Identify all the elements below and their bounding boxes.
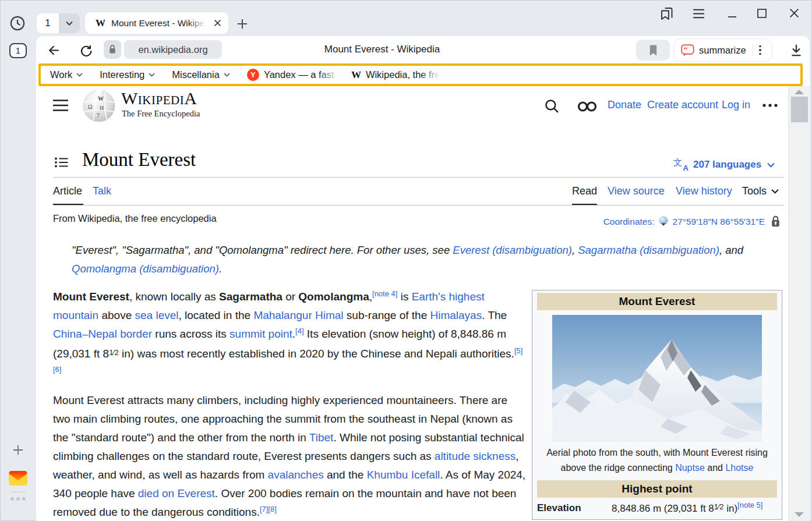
bookmarks-folder-miscellania[interactable]: Miscellania [172,69,230,80]
inline-link[interactable]: avalanches [268,469,324,481]
search-icon[interactable] [544,98,559,114]
yandex-mail-icon[interactable] [8,469,28,487]
tabs-divider [53,205,783,205]
globe-icon[interactable] [658,216,669,227]
coordinates-value[interactable]: 27°59′18″N 86°55′31″E [673,217,765,227]
svg-text:Ω: Ω [88,104,92,110]
text-segment: and [705,463,726,473]
reload-icon[interactable] [78,42,93,58]
infinity-icon[interactable] [577,101,597,112]
wiki-menu-icon[interactable] [52,98,69,113]
browser-tab[interactable]: W Mount Everest - Wikipedia [85,12,228,34]
text-segment: in) was most recently established in 202… [119,348,514,360]
inline-link[interactable]: Lhotse [725,463,753,473]
donate-link[interactable]: Donate [608,99,641,111]
text-segment: is [397,290,411,303]
scroll-up-icon[interactable] [794,89,804,95]
downloads-icon[interactable] [789,42,804,58]
back-icon[interactable] [47,43,61,58]
summarize-menu-icon[interactable] [759,45,761,55]
history-clock-icon[interactable] [10,16,25,31]
sidebar-tab-counter[interactable]: 1 [9,43,27,58]
inline-link[interactable]: Nuptse [675,463,705,473]
inline-link[interactable]: Qomolangma (disambiguation) [72,263,219,275]
wikipedia-tagline: The Free Encyclopedia [122,109,200,119]
folder-label: Interesting [100,69,144,80]
scroll-down-icon[interactable] [794,512,804,518]
paragraph-2: Mount Everest attracts many climbers, in… [53,391,527,521]
tab-view-source[interactable]: View source [608,185,665,197]
inline-link[interactable]: Everest (disambiguation) [453,244,572,256]
sidebar-more-icon[interactable] [9,497,27,501]
tab-tools[interactable]: Tools [742,185,779,197]
site-security-lock-icon[interactable] [104,40,121,59]
create-account-link[interactable]: Create account [647,99,718,111]
reference-link[interactable]: [7][8] [260,505,277,513]
tab-talk[interactable]: Talk [93,185,111,197]
minimize-button[interactable] [726,7,739,21]
wikipedia-globe-logo[interactable]: W Ω H 7 [82,88,116,123]
page-protection-lock-icon[interactable] [771,215,781,228]
inline-link[interactable]: summit point [230,328,292,340]
scrollbar-thumb[interactable] [791,97,808,122]
reference-link[interactable]: [note 4] [372,289,397,298]
inline-link[interactable]: Sagarmatha (disambiguation) [578,244,719,256]
contents-icon[interactable] [54,157,68,168]
url-domain-chip[interactable]: en.wikipedia.org [124,40,222,59]
tab-article[interactable]: Article [53,185,82,197]
bookmark-wikipedia[interactable]: W Wikipedia, the free [351,69,440,81]
inline-link[interactable]: sea level [135,309,179,321]
tab-close-icon[interactable] [214,19,221,27]
inline-link[interactable]: Tibet [309,431,334,444]
title-divider [53,177,783,178]
log-in-link[interactable]: Log in [722,99,750,111]
inline-link[interactable]: Khumbu Icefall [367,469,440,481]
site-subtitle: From Wikipedia, the free encyclopedia [53,213,217,224]
chevron-down-icon [771,189,779,194]
coordinates-label[interactable]: Coordinates: [603,217,655,227]
wikipedia-favicon: W [96,17,105,29]
languages-selector[interactable]: 文A 207 languages [673,158,775,171]
summarize-button[interactable]: “ summarize [673,38,772,62]
reference-link[interactable]: [note 5] [737,501,762,509]
bookmarks-folder-work[interactable]: Work [50,69,83,80]
text-segment: . [219,263,222,275]
reference-link[interactable]: [4] [295,327,303,335]
tab-group-count[interactable]: 1 [37,13,59,33]
close-button[interactable] [789,8,800,19]
bookmarks-folder-interesting[interactable]: Interesting [100,69,155,80]
inline-link[interactable]: altitude sickness [435,450,516,462]
tab-group-control[interactable]: 1 [37,13,80,33]
folder-label: Miscellania [172,69,220,80]
tab-view-history[interactable]: View history [676,185,732,197]
page-scrollbar[interactable] [788,86,810,521]
maximize-button[interactable] [757,8,767,19]
everest-photo[interactable] [552,315,762,442]
tab-group-chevron[interactable] [59,13,80,33]
pill-divider [752,44,753,56]
inline-link[interactable]: Mahalangur Himal [253,309,343,321]
tab-title: Mount Everest - Wikipedia [111,18,206,29]
inline-link[interactable]: Himalayas [430,309,482,321]
summarize-label: summarize [699,45,746,56]
browser-menu-icon[interactable] [692,8,705,20]
svg-text:“: “ [684,45,688,54]
address-bar-title[interactable]: Mount Everest - Wikipedia [266,44,499,55]
bookmark-yandex[interactable]: Y Yandex — a fast In [247,69,338,81]
translate-icon: 文A [673,158,689,171]
side-panels-icon[interactable] [659,6,675,22]
inline-link[interactable]: China–Nepal border [53,328,152,340]
inline-link[interactable]: died on Everest [138,487,215,499]
tab-read[interactable]: Read [572,185,597,197]
wikipedia-wordmark[interactable]: WikipediA [121,88,197,108]
user-menu-ellipsis-icon[interactable] [762,103,779,108]
chevron-down-icon [76,73,83,77]
row-label: Elevation [537,502,612,515]
sidebar-add-icon[interactable] [12,444,24,456]
text-segment: Mount Everest [53,290,129,303]
bookmark-page-button[interactable] [636,40,670,61]
text-segment: , and [719,244,743,256]
svg-text:H: H [100,105,104,111]
new-tab-button[interactable] [235,16,250,31]
sidebar-divider [10,491,26,492]
